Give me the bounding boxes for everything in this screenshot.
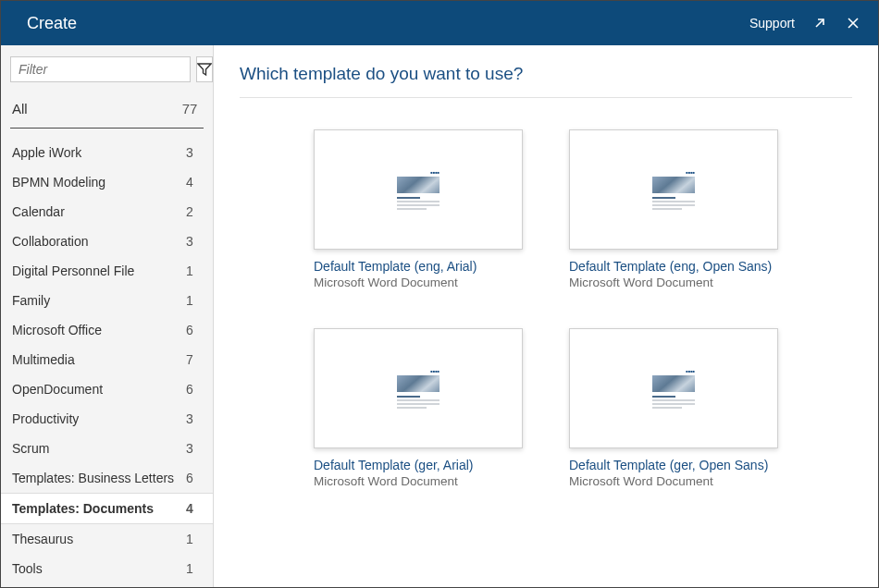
category-count: 6 [181, 382, 198, 397]
category-label: Family [12, 293, 50, 308]
category-label: Collaboration [12, 234, 89, 249]
category-label: Microsoft Office [12, 323, 102, 337]
filter-icon [197, 62, 212, 77]
filter-row [10, 56, 204, 82]
template-thumbnail: ■■■■ [569, 328, 778, 448]
category-count: 4 [181, 501, 198, 516]
template-card[interactable]: ■■■■Default Template (ger, Open Sans)Mic… [569, 328, 778, 488]
template-subtitle: Microsoft Word Document [569, 474, 778, 488]
category-label: Calendar [12, 204, 65, 219]
category-item[interactable]: BPMN Modeling4 [10, 167, 204, 197]
template-card[interactable]: ■■■■Default Template (ger, Arial)Microso… [314, 328, 523, 488]
category-item[interactable]: Apple iWork3 [10, 138, 204, 167]
category-item[interactable]: Collaboration3 [10, 227, 204, 256]
category-label: Digital Personnel File [12, 263, 134, 278]
category-item[interactable]: Templates: Documents4 [1, 493, 213, 524]
category-label: OpenDocument [12, 382, 103, 397]
template-subtitle: Microsoft Word Document [314, 276, 523, 289]
category-label: Productivity [12, 411, 79, 426]
category-list: Apple iWork3BPMN Modeling4Calendar2Colla… [10, 138, 204, 583]
category-item[interactable]: Digital Personnel File1 [10, 256, 204, 286]
category-count: 7 [181, 352, 198, 367]
category-count: 6 [181, 471, 198, 485]
template-title: Default Template (eng, Arial) [314, 259, 523, 274]
template-subtitle: Microsoft Word Document [569, 276, 778, 289]
filter-input[interactable] [10, 56, 191, 82]
close-icon[interactable] [845, 15, 861, 31]
category-item[interactable]: Calendar2 [10, 197, 204, 227]
category-count: 1 [181, 263, 198, 278]
category-count: 1 [181, 532, 198, 546]
dialog-header: Create Support [1, 1, 878, 45]
category-count: 2 [181, 204, 198, 219]
svg-marker-3 [198, 64, 211, 75]
category-label: Templates: Business Letters [12, 471, 174, 485]
template-card[interactable]: ■■■■Default Template (eng, Arial)Microso… [314, 129, 523, 289]
category-count: 1 [181, 561, 198, 576]
category-count: 3 [181, 234, 198, 249]
category-label: BPMN Modeling [12, 175, 105, 190]
svg-line-0 [816, 19, 823, 27]
header-actions: Support [749, 15, 861, 31]
category-item[interactable]: Scrum3 [10, 434, 204, 463]
category-item[interactable]: Tools1 [10, 554, 204, 583]
template-thumbnail: ■■■■ [314, 328, 523, 448]
open-external-icon[interactable] [811, 15, 828, 31]
template-thumbnail: ■■■■ [314, 129, 523, 250]
category-count: 1 [181, 293, 198, 308]
category-label: Scrum [12, 441, 49, 456]
template-title: Default Template (ger, Open Sans) [569, 458, 778, 472]
category-label: All [12, 101, 28, 116]
category-count: 3 [181, 411, 198, 426]
template-subtitle: Microsoft Word Document [314, 474, 523, 488]
filter-button[interactable] [196, 56, 213, 82]
category-item[interactable]: OpenDocument6 [10, 374, 204, 404]
category-count: 77 [181, 101, 198, 116]
category-label: Tools [12, 561, 43, 576]
template-title: Default Template (eng, Open Sans) [569, 259, 778, 274]
template-title: Default Template (ger, Arial) [314, 458, 523, 472]
category-item[interactable]: Family1 [10, 286, 204, 315]
category-label: Thesaurus [12, 532, 73, 546]
template-grid: ■■■■Default Template (eng, Arial)Microso… [240, 98, 852, 488]
dialog-title: Create [27, 14, 77, 33]
category-count: 3 [181, 145, 198, 160]
main-heading: Which template do you want to use? [240, 64, 852, 98]
category-label: Templates: Documents [12, 501, 154, 516]
template-card[interactable]: ■■■■Default Template (eng, Open Sans)Mic… [569, 129, 778, 289]
main-panel: Which template do you want to use? ■■■■D… [214, 45, 878, 587]
template-thumbnail: ■■■■ [569, 129, 778, 250]
category-count: 4 [181, 175, 198, 190]
category-item[interactable]: Templates: Business Letters6 [10, 463, 204, 493]
dialog-body: All 77 Apple iWork3BPMN Modeling4Calenda… [1, 45, 878, 587]
category-item[interactable]: Microsoft Office6 [10, 315, 204, 345]
support-link[interactable]: Support [749, 16, 795, 31]
category-label: Apple iWork [12, 145, 81, 160]
category-all[interactable]: All 77 [10, 92, 204, 129]
category-item[interactable]: Thesaurus1 [10, 524, 204, 554]
category-label: Multimedia [12, 352, 75, 367]
category-sidebar: All 77 Apple iWork3BPMN Modeling4Calenda… [1, 45, 214, 587]
category-item[interactable]: Multimedia7 [10, 345, 204, 374]
category-item[interactable]: Productivity3 [10, 404, 204, 434]
category-count: 6 [181, 323, 198, 337]
category-count: 3 [181, 441, 198, 456]
